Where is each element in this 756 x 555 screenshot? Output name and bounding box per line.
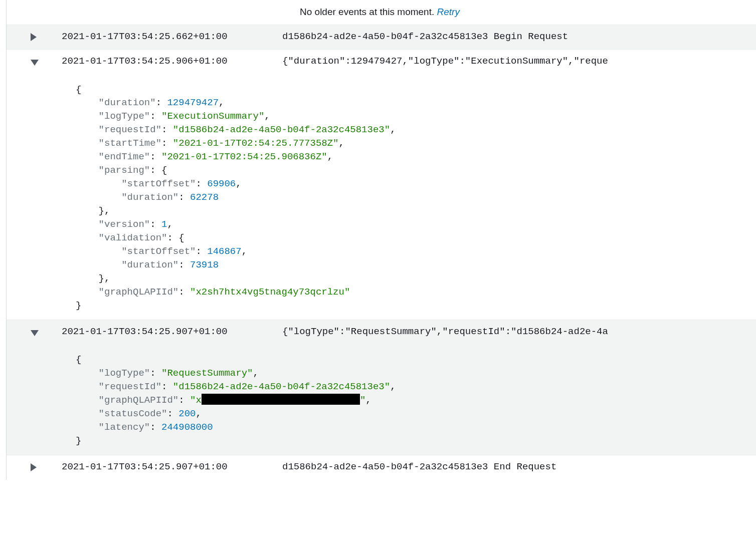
json-line: } [76, 434, 756, 448]
json-key: "parsing" [99, 165, 150, 176]
json-string: "x2sh7htx4vg5tnag4y73qcrlzu" [190, 287, 350, 298]
json-key: "duration" [99, 97, 156, 108]
log-message: d1586b24-ad2e-4a50-b04f-2a32c45813e3 End… [282, 459, 756, 474]
json-line: } [76, 299, 756, 313]
json-line: "duration": 129479427, [76, 96, 756, 110]
json-string: "RequestSummary" [161, 368, 253, 379]
json-line: { [76, 83, 756, 97]
json-line: "requestId": "d1586b24-ad2e-4a50-b04f-2a… [76, 380, 756, 394]
caret-down-icon[interactable] [31, 330, 39, 336]
json-key: "graphQLAPIId" [99, 287, 179, 298]
json-line: "validation": { [76, 231, 756, 245]
json-key: "duration" [121, 192, 178, 203]
json-key: "graphQLAPIId" [99, 395, 179, 406]
timestamp: 2021-01-17T03:54:25.906+01:00 [62, 54, 282, 69]
log-row[interactable]: 2021-01-17T03:54:25.662+01:00d1586b24-ad… [7, 25, 756, 50]
json-line: "requestId": "d1586b24-ad2e-4a50-b04f-2a… [76, 123, 756, 137]
json-key: "statusCode" [99, 408, 167, 419]
json-number: 73918 [190, 259, 219, 270]
timestamp: 2021-01-17T03:54:25.662+01:00 [62, 29, 282, 44]
json-key: "startOffset" [121, 246, 196, 257]
log-row[interactable]: 2021-01-17T03:54:25.907+01:00{"logType":… [7, 320, 756, 345]
json-string: "ExecutionSummary" [161, 111, 264, 122]
log-message: {"duration":129479427,"logType":"Executi… [282, 54, 756, 69]
json-key: "version" [99, 219, 150, 230]
json-line: "logType": "ExecutionSummary", [76, 110, 756, 123]
timestamp: 2021-01-17T03:54:25.907+01:00 [62, 324, 282, 339]
json-string: "2021-01-17T02:54:25.906836Z" [161, 151, 327, 162]
expanded-json: { "duration": 129479427, "logType": "Exe… [7, 74, 756, 320]
json-key: "requestId" [99, 124, 161, 135]
no-older-events-label: No older events at this moment. [300, 7, 437, 17]
json-line: { [76, 353, 756, 367]
log-row[interactable]: 2021-01-17T03:54:25.907+01:00d1586b24-ad… [7, 455, 756, 480]
json-line: "startOffset": 69906, [76, 177, 756, 191]
json-number: 129479427 [167, 97, 219, 108]
expand-toggle[interactable] [7, 29, 62, 46]
log-message: {"logType":"RequestSummary","requestId":… [282, 324, 756, 339]
json-string: "2021-01-17T02:54:25.777358Z" [173, 138, 339, 149]
json-line: "logType": "RequestSummary", [76, 367, 756, 380]
log-message: d1586b24-ad2e-4a50-b04f-2a32c45813e3 Beg… [282, 29, 756, 44]
json-key: "endTime" [99, 151, 150, 162]
caret-right-icon[interactable] [31, 33, 37, 41]
json-number: 200 [178, 408, 196, 419]
json-number: 146867 [207, 246, 241, 257]
json-line: "parsing": { [76, 164, 756, 177]
json-line: "graphQLAPIId": "x", [76, 394, 756, 407]
log-events-container: No older events at this moment. Retry 20… [6, 0, 756, 480]
retry-link[interactable]: Retry [437, 7, 460, 17]
expand-toggle[interactable] [7, 459, 62, 476]
json-key: "latency" [99, 422, 150, 433]
expand-toggle[interactable] [7, 54, 62, 70]
json-key: "logType" [99, 111, 150, 122]
json-line: "duration": 73918 [76, 258, 756, 272]
json-number: 244908000 [161, 422, 213, 433]
json-line: "graphQLAPIId": "x2sh7htx4vg5tnag4y73qcr… [76, 286, 756, 299]
log-row[interactable]: 2021-01-17T03:54:25.906+01:00{"duration"… [7, 49, 756, 74]
json-line: }, [76, 204, 756, 218]
caret-down-icon[interactable] [31, 60, 39, 66]
json-line: "startTime": "2021-01-17T02:54:25.777358… [76, 137, 756, 150]
json-key: "logType" [99, 368, 150, 379]
json-string: "d1586b24-ad2e-4a50-b04f-2a32c45813e3" [173, 124, 390, 135]
json-line: "endTime": "2021-01-17T02:54:25.906836Z"… [76, 150, 756, 164]
timestamp: 2021-01-17T03:54:25.907+01:00 [62, 459, 282, 474]
json-key: "duration" [121, 259, 178, 270]
json-number: 62278 [190, 192, 219, 203]
expanded-json: { "logType": "RequestSummary", "requestI… [7, 344, 756, 455]
json-key: "startTime" [99, 138, 161, 149]
redacted-block [202, 394, 360, 405]
json-string: "d1586b24-ad2e-4a50-b04f-2a32c45813e3" [173, 381, 390, 392]
json-key: "validation" [99, 232, 167, 243]
json-line: "startOffset": 146867, [76, 245, 756, 258]
no-older-events-bar: No older events at this moment. Retry [7, 0, 756, 25]
caret-right-icon[interactable] [31, 463, 37, 471]
json-line: "version": 1, [76, 218, 756, 231]
expand-toggle[interactable] [7, 324, 62, 341]
json-number: 69906 [207, 178, 236, 189]
json-line: "duration": 62278 [76, 191, 756, 204]
json-number: 1 [161, 219, 167, 230]
json-key: "requestId" [99, 381, 161, 392]
json-line: "statusCode": 200, [76, 407, 756, 421]
json-line: }, [76, 272, 756, 286]
json-key: "startOffset" [121, 178, 196, 189]
json-line: "latency": 244908000 [76, 421, 756, 434]
